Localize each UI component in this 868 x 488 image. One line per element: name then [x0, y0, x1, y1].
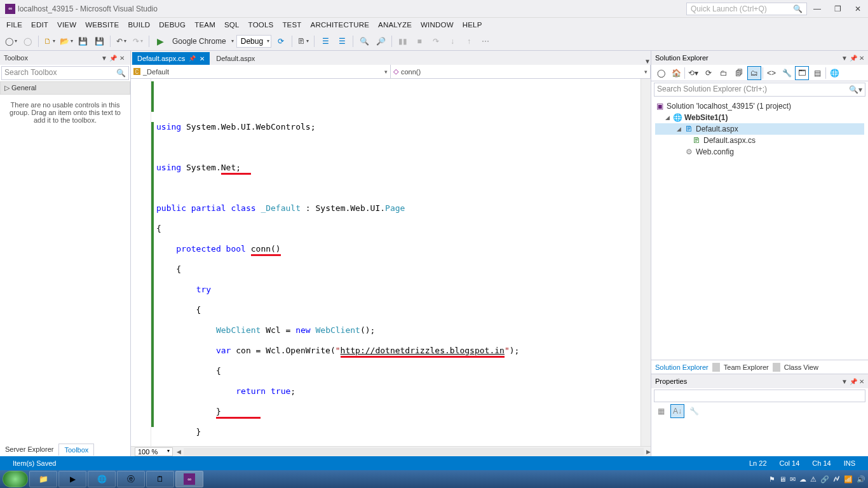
pin-icon[interactable]: 📌: [850, 378, 857, 385]
menu-website[interactable]: WEBSITE: [85, 21, 119, 29]
home-button[interactable]: 🏠: [669, 66, 683, 80]
taskbar-notes[interactable]: 🗒: [146, 471, 174, 487]
menu-test[interactable]: TEST: [282, 21, 301, 29]
preview-button[interactable]: 🗔: [795, 66, 809, 80]
toolbox-search-input[interactable]: Search Toolbox 🔍: [1, 66, 129, 80]
categorized-button[interactable]: ▦: [654, 404, 668, 418]
menu-file[interactable]: FILE: [6, 21, 22, 29]
nest-button[interactable]: ▤: [810, 66, 824, 80]
collapse-all-button[interactable]: 🗀: [717, 66, 731, 80]
refresh-button[interactable]: ⟳: [702, 66, 715, 80]
vertical-scrollbar[interactable]: [641, 79, 651, 446]
solution-tree[interactable]: ▣ Solution 'localhost_43915' (1 project)…: [651, 98, 868, 360]
tab-team-explorer[interactable]: Team Explorer: [720, 362, 773, 373]
uncomment-button[interactable]: ☰: [335, 34, 349, 48]
menu-view[interactable]: VIEW: [57, 21, 76, 29]
tab-toolbox[interactable]: Toolbox: [58, 444, 94, 456]
menu-window[interactable]: WINDOW: [421, 21, 454, 29]
copy-button[interactable]: 🗐: [732, 66, 746, 80]
start-button[interactable]: [3, 471, 28, 487]
horizontal-scrollbar[interactable]: 100 %▾ ◀ ▶: [131, 446, 651, 456]
taskbar-ie[interactable]: ⓔ: [117, 471, 145, 487]
forward-button[interactable]: ◯: [20, 34, 34, 48]
browser-link-button[interactable]: ⟳: [274, 34, 288, 48]
code-editor[interactable]: using System.Web.UI.WebControls; using S…: [131, 79, 651, 446]
close-icon[interactable]: ✕: [118, 55, 126, 62]
tab-overflow-icon[interactable]: ▼: [644, 58, 651, 65]
taskbar-vs[interactable]: ∞: [175, 471, 203, 487]
dropdown-icon[interactable]: ▼: [841, 378, 848, 385]
tab-class-view[interactable]: Class View: [780, 362, 822, 373]
undo-button[interactable]: ↶: [114, 34, 128, 48]
menu-tools[interactable]: TOOLS: [248, 21, 274, 29]
menu-debug[interactable]: DEBUG: [159, 21, 186, 29]
comment-out-button[interactable]: ☰: [318, 34, 332, 48]
close-icon[interactable]: ✕: [859, 55, 864, 62]
start-debug-button[interactable]: ▶: [153, 34, 167, 48]
menu-sql[interactable]: SQL: [224, 21, 240, 29]
menu-team[interactable]: TEAM: [194, 21, 215, 29]
menu-help[interactable]: HELP: [463, 21, 482, 29]
file-default-aspx-cs[interactable]: 🖹 Default.aspx.cs: [655, 135, 864, 146]
properties-selector[interactable]: [654, 390, 865, 402]
browser-select[interactable]: Google Chrome: [170, 37, 229, 46]
close-icon[interactable]: ✕: [200, 55, 205, 62]
dropdown-icon[interactable]: ▼: [841, 55, 848, 62]
break-button[interactable]: ▮▮: [396, 34, 410, 48]
solution-node[interactable]: ▣ Solution 'localhost_43915' (1 project): [655, 100, 864, 112]
back-button[interactable]: ◯: [4, 34, 18, 48]
expand-icon[interactable]: ◢: [664, 114, 670, 121]
web-publish-button[interactable]: 🌐: [827, 66, 841, 80]
close-icon[interactable]: ✕: [859, 378, 864, 385]
toolbar-options-button[interactable]: ⋯: [478, 34, 492, 48]
find-button[interactable]: 🔍: [357, 34, 371, 48]
step-over-button[interactable]: ↷: [429, 34, 443, 48]
solution-search-input[interactable]: Search Solution Explorer (Ctrl+;) 🔍▾: [654, 83, 865, 97]
step-into-button[interactable]: ↓: [445, 34, 459, 48]
new-project-button[interactable]: 🗋: [43, 34, 57, 48]
maximize-button[interactable]: ❐: [830, 3, 845, 15]
tab-default-aspx-cs[interactable]: Default.aspx.cs📌✕: [132, 52, 210, 65]
taskbar-explorer[interactable]: 📁: [29, 471, 57, 487]
file-default-aspx[interactable]: ◢ 🖹 Default.aspx: [655, 123, 864, 135]
menu-build[interactable]: BUILD: [128, 21, 150, 29]
find-files-button[interactable]: 🔎: [374, 34, 388, 48]
code-view-button[interactable]: <>: [764, 66, 778, 80]
expand-icon[interactable]: ◢: [675, 126, 682, 132]
open-button[interactable]: 📂: [59, 34, 73, 48]
member-navigator[interactable]: ◇ conn(): [391, 65, 651, 78]
config-dropdown[interactable]: Debug: [236, 35, 271, 48]
taskbar-media[interactable]: ▶: [58, 471, 86, 487]
taskbar-chrome[interactable]: 🌐: [88, 471, 116, 487]
back-button[interactable]: ◯: [654, 66, 668, 80]
stop-button[interactable]: ■: [412, 34, 426, 48]
redo-button[interactable]: ↷: [131, 34, 145, 48]
properties-button[interactable]: 🔧: [780, 66, 794, 80]
menu-analyze[interactable]: ANALYZE: [378, 21, 412, 29]
system-tray[interactable]: ⚑ 🖥 ✉ ☁ ⚠ 🔗 🗲 📶 🔊: [769, 475, 865, 484]
toolbox-category-general[interactable]: ▷ General: [0, 81, 130, 95]
show-all-files-button[interactable]: 🗂: [747, 66, 761, 80]
code-content[interactable]: using System.Web.UI.WebControls; using S…: [151, 79, 641, 446]
tab-default-aspx[interactable]: Default.aspx: [211, 52, 260, 65]
sync-button[interactable]: ⟲▾: [686, 66, 700, 80]
quick-launch-input[interactable]: Quick Launch (Ctrl+Q) 🔍: [686, 3, 807, 15]
pin-icon[interactable]: 📌: [109, 55, 118, 62]
step-out-button[interactable]: ↑: [462, 34, 476, 48]
file-web-config[interactable]: ⚙ Web.config: [655, 146, 864, 158]
zoom-combo[interactable]: 100 %▾: [135, 447, 173, 456]
dropdown-icon[interactable]: ▼: [100, 55, 109, 62]
save-button[interactable]: 💾: [76, 34, 90, 48]
project-node[interactable]: ◢ 🌐 WebSite1(1): [655, 112, 864, 123]
properties-grid[interactable]: [651, 419, 868, 456]
pin-icon[interactable]: 📌: [850, 55, 857, 62]
browse-button[interactable]: 🖹: [296, 34, 310, 48]
close-button[interactable]: ✕: [850, 3, 865, 15]
save-all-button[interactable]: 💾: [92, 34, 106, 48]
tab-solution-explorer[interactable]: Solution Explorer: [651, 362, 712, 373]
minimize-button[interactable]: —: [810, 3, 825, 15]
alphabetical-button[interactable]: A↓: [670, 404, 684, 418]
property-pages-button[interactable]: 🔧: [687, 404, 701, 418]
tab-server-explorer[interactable]: Server Explorer: [0, 444, 58, 455]
type-navigator[interactable]: 🅲 _Default: [131, 65, 391, 78]
